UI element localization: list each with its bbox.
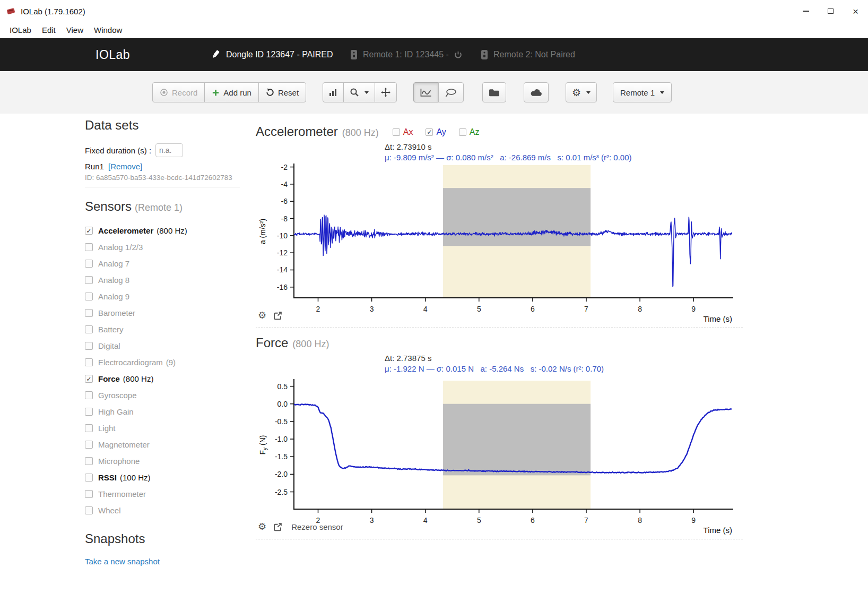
remote-select-button[interactable]: Remote 1 xyxy=(613,82,672,102)
legend-checkbox[interactable] xyxy=(426,128,433,136)
zoom-button[interactable] xyxy=(343,82,375,102)
chart-export-icon[interactable] xyxy=(273,311,282,320)
sensors-subtitle: (Remote 1) xyxy=(135,202,183,213)
fixed-duration-input[interactable] xyxy=(155,143,183,157)
run-name: Run1 xyxy=(85,162,104,171)
accelerometer-plot[interactable]: -2-4-6-8-10-12-14-1623456789Time (s)a (m… xyxy=(256,162,744,324)
legend-label: Ax xyxy=(403,127,413,137)
rezero-sensor-button[interactable]: Rezero sensor xyxy=(291,522,343,531)
sensor-row-thermometer: Thermometer xyxy=(85,486,240,502)
brand-logo: IOLab xyxy=(96,48,130,62)
stats-selection-box[interactable] xyxy=(443,404,591,476)
x-tick-label: 9 xyxy=(691,305,696,313)
chart-header: Accelerometer (800 Hz) AxAyAz xyxy=(256,124,749,139)
lasso-selection-icon xyxy=(445,88,457,97)
run-remove-link[interactable]: [Remove] xyxy=(108,162,142,171)
record-button[interactable]: Record xyxy=(152,82,205,102)
sensor-label: Light xyxy=(98,424,116,433)
sensor-checkbox[interactable] xyxy=(85,506,93,514)
window-title: IOLab (1.79.1602) xyxy=(21,7,85,16)
maximize-button[interactable] xyxy=(818,0,843,22)
sensor-label: RSSI xyxy=(98,473,117,482)
y-tick-label: -2 xyxy=(281,163,288,171)
dongle-icon xyxy=(210,49,221,61)
sensor-checkbox[interactable] xyxy=(85,325,93,333)
menu-edit[interactable]: Edit xyxy=(37,25,61,35)
legend-label: Az xyxy=(470,127,480,137)
sensor-row-analog-9: Analog 9 xyxy=(85,288,240,305)
sensor-checkbox[interactable] xyxy=(85,358,93,366)
reset-button[interactable]: Reset xyxy=(258,82,306,102)
close-button[interactable]: × xyxy=(843,0,868,22)
legend-az[interactable]: Az xyxy=(459,127,480,137)
sensor-checkbox[interactable] xyxy=(85,391,93,399)
x-tick-label: 3 xyxy=(370,516,374,525)
force-plot[interactable]: 0.50.0-0.5-1.0-1.5-2.0-2.523456789Time (… xyxy=(256,373,744,536)
chart-settings-gear-icon[interactable]: ⚙ xyxy=(258,522,266,531)
fixed-duration-label: Fixed duration (s) : xyxy=(85,146,151,155)
cloud-icon xyxy=(530,88,542,97)
sensor-checkbox[interactable] xyxy=(85,408,93,416)
sensor-checkbox[interactable] xyxy=(85,474,93,482)
reset-icon xyxy=(266,88,274,97)
remote1-status-text: Remote 1: ID 123445 - xyxy=(363,50,449,59)
add-run-button[interactable]: Add run xyxy=(204,82,259,102)
sensor-row-electrocardiogram: Electrocardiogram(9) xyxy=(85,354,240,371)
stats-selection-box[interactable] xyxy=(443,188,591,246)
sensor-checkbox[interactable] xyxy=(85,293,93,300)
sensors-title: Sensors xyxy=(85,199,132,213)
x-tick-label: 4 xyxy=(423,305,428,313)
add-run-label: Add run xyxy=(223,88,251,97)
power-icon[interactable] xyxy=(454,51,462,59)
sensor-checkbox[interactable] xyxy=(85,441,93,449)
pan-button[interactable] xyxy=(375,82,397,102)
sensor-row-light: Light xyxy=(85,420,240,436)
sensor-row-digital: Digital xyxy=(85,338,240,354)
sensor-checkbox[interactable] xyxy=(85,342,93,350)
menu-view[interactable]: View xyxy=(61,25,89,35)
take-snapshot-link[interactable]: Take a new snapshot xyxy=(85,557,160,566)
chart-settings-gear-icon[interactable]: ⚙ xyxy=(258,311,266,320)
sensor-row-force: Force(800 Hz) xyxy=(85,371,240,387)
legend-ax[interactable]: Ax xyxy=(393,127,413,137)
menu-iolab[interactable]: IOLab xyxy=(4,25,37,35)
fixed-duration-row: Fixed duration (s) : xyxy=(85,143,240,157)
gear-icon: ⚙ xyxy=(572,88,581,98)
sensor-rate: (800 Hz) xyxy=(123,374,154,383)
sensor-checkbox[interactable] xyxy=(85,490,93,498)
legend-checkbox[interactable] xyxy=(393,128,400,136)
cloud-button[interactable] xyxy=(524,82,549,102)
sensors-header: Sensors(Remote 1) xyxy=(85,199,240,214)
sensor-checkbox[interactable] xyxy=(85,276,93,284)
sensor-checkbox[interactable] xyxy=(85,243,93,251)
bar-chart-icon xyxy=(329,89,337,96)
sensor-checkbox[interactable] xyxy=(85,309,93,317)
sensor-row-analog-7: Analog 7 xyxy=(85,255,240,272)
chart-stats-button[interactable] xyxy=(323,82,344,102)
line-chart-mode-button[interactable] xyxy=(413,82,439,102)
sensor-list: Accelerometer(800 Hz)Analog 1/2/3Analog … xyxy=(85,222,240,519)
legend-checkbox[interactable] xyxy=(459,128,466,136)
y-tick-label: 0.5 xyxy=(277,382,288,391)
x-tick-label: 8 xyxy=(638,516,642,525)
x-tick-label: 5 xyxy=(477,516,481,525)
window-titlebar: IOLab (1.79.1602) × xyxy=(0,0,868,22)
run-id: ID: 6a85a570-ba53-433e-bcdc-141d72602783 xyxy=(85,174,240,182)
sensor-checkbox[interactable] xyxy=(85,227,93,235)
x-tick-label: 9 xyxy=(691,516,696,525)
select-region-mode-button[interactable] xyxy=(438,82,464,102)
delta-t-stat: Δt: 2.73910 s xyxy=(385,142,749,151)
sensor-checkbox[interactable] xyxy=(85,457,93,465)
legend-ay[interactable]: Ay xyxy=(426,127,446,137)
sensor-checkbox[interactable] xyxy=(85,424,93,432)
open-file-button[interactable] xyxy=(482,82,506,102)
chart-export-icon[interactable] xyxy=(273,522,282,531)
sensor-checkbox[interactable] xyxy=(85,375,93,383)
mean-sigma-stats: μ: -1.922 N — σ: 0.015 N a: -5.264 Ns s:… xyxy=(385,364,749,373)
settings-button[interactable]: ⚙ xyxy=(566,82,597,102)
sensor-checkbox[interactable] xyxy=(85,260,93,268)
minimize-button[interactable] xyxy=(793,0,818,22)
sidebar: Data sets Fixed duration (s) : Run1 [Rem… xyxy=(85,118,240,566)
y-tick-label: -12 xyxy=(277,248,288,257)
menu-window[interactable]: Window xyxy=(89,25,127,35)
